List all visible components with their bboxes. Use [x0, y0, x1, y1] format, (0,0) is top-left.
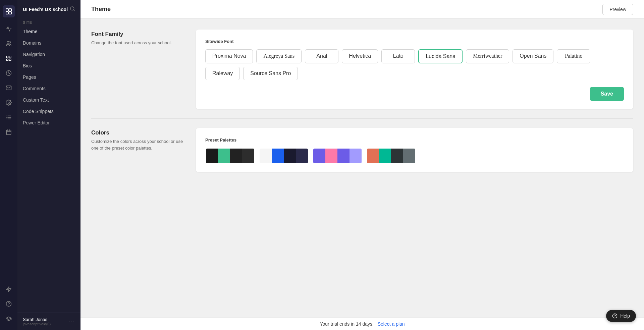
- sitewide-font-label: Sitewide Font: [205, 39, 624, 44]
- settings-icon-btn[interactable]: [3, 97, 15, 109]
- colors-title: Colors: [91, 129, 185, 136]
- sidebar-item-power-editor[interactable]: Power Editor: [17, 117, 80, 128]
- colors-label-col: Colors Customize the colors across your …: [91, 128, 185, 172]
- palette-red-teal-dark[interactable]: [366, 148, 416, 164]
- trial-text: Your trial ends in 14 days.: [320, 321, 374, 327]
- font-family-title: Font Family: [91, 31, 185, 38]
- sidebar-item-theme[interactable]: Theme: [17, 26, 80, 37]
- help-fab-label: Help: [620, 313, 630, 319]
- nav-user-info: Sarah Jonas javascript:void(0): [23, 317, 51, 326]
- swatch-color-4: [296, 149, 308, 163]
- font-family-card: Sitewide Font Proxima Nova Alegreya Sans…: [196, 30, 633, 109]
- dashboard-icon-btn[interactable]: [3, 52, 15, 64]
- swatch-color-4: [403, 149, 415, 163]
- help-fab[interactable]: Help: [606, 310, 636, 322]
- font-option-arial[interactable]: Arial: [305, 49, 338, 63]
- page-title: Theme: [91, 6, 111, 13]
- users-icon-btn[interactable]: [3, 38, 15, 50]
- font-option-lucida-sans[interactable]: Lucida Sans: [418, 49, 463, 63]
- font-option-helvetica[interactable]: Helvetica: [342, 49, 378, 63]
- swatch-color-1: [260, 149, 272, 163]
- font-option-palatino[interactable]: Palatino: [557, 49, 590, 63]
- revenue-icon-btn[interactable]: [3, 67, 15, 79]
- palette-purple-pink[interactable]: [313, 148, 362, 164]
- sidebar-item-code-snippets[interactable]: Code Snippets: [17, 106, 80, 117]
- swatch-color-3: [391, 149, 403, 163]
- sidebar-item-navigation[interactable]: Navigation: [17, 49, 80, 60]
- help-circle-icon-btn[interactable]: [3, 298, 15, 310]
- nav-user-more-btn[interactable]: ⋯: [68, 318, 75, 325]
- svg-rect-2: [6, 12, 8, 14]
- svg-rect-5: [6, 56, 8, 58]
- svg-rect-8: [9, 59, 11, 61]
- nav-sidebar-header: UI Feed's UX school: [17, 0, 80, 16]
- preset-palettes-label: Preset Palettes: [205, 138, 624, 143]
- swatch-color-1: [206, 149, 218, 163]
- font-option-source-sans-pro[interactable]: Source Sans Pro: [243, 67, 298, 80]
- font-option-alegreya-sans[interactable]: Alegreya Sans: [256, 49, 302, 63]
- colors-card: Preset Palettes: [196, 128, 633, 172]
- colors-section: Colors Customize the colors across your …: [91, 128, 633, 172]
- nav-section-label: SITE: [17, 16, 80, 26]
- swatch-color-3: [230, 149, 242, 163]
- svg-rect-7: [6, 59, 8, 61]
- graduation-icon-btn[interactable]: [3, 313, 15, 325]
- font-option-proxima-nova[interactable]: Proxima Nova: [205, 49, 253, 63]
- sidebar-item-custom-text[interactable]: Custom Text: [17, 94, 80, 106]
- select-plan-link[interactable]: Select a plan: [378, 321, 405, 327]
- colors-desc: Customize the colors across your school …: [91, 138, 185, 151]
- svg-marker-21: [6, 287, 11, 292]
- nav-user-name: Sarah Jonas: [23, 317, 51, 322]
- swatch-color-1: [313, 149, 325, 163]
- trial-bar: Your trial ends in 14 days. Select a pla…: [80, 318, 644, 330]
- swatch-color-1: [367, 149, 379, 163]
- nav-user-sub: javascript:void(0): [23, 322, 51, 326]
- svg-rect-0: [6, 9, 8, 11]
- font-family-section: Font Family Change the font used across …: [91, 30, 633, 109]
- save-row: Save: [205, 87, 624, 101]
- swatch-color-2: [218, 149, 230, 163]
- font-option-lato[interactable]: Lato: [381, 49, 415, 63]
- main-header: Theme Preview: [80, 0, 644, 19]
- main-content: Theme Preview Font Family Change the fon…: [80, 0, 644, 330]
- analytics-icon-btn[interactable]: [3, 23, 15, 35]
- font-option-open-sans[interactable]: Open Sans: [513, 49, 553, 63]
- nav-sidebar-footer: Sarah Jonas javascript:void(0) ⋯: [17, 313, 80, 330]
- palette-blue-dark[interactable]: [259, 148, 309, 164]
- sidebar-item-comments[interactable]: Comments: [17, 83, 80, 94]
- svg-rect-6: [9, 56, 11, 58]
- swatch-color-3: [337, 149, 350, 163]
- main-body: Font Family Change the font used across …: [80, 19, 644, 318]
- sidebar-item-pages[interactable]: Pages: [17, 71, 80, 83]
- svg-point-10: [8, 102, 10, 104]
- font-family-desc: Change the font used across your school.: [91, 40, 185, 46]
- svg-point-4: [7, 41, 9, 43]
- preview-button[interactable]: Preview: [602, 4, 633, 15]
- sidebar-item-bios[interactable]: Bios: [17, 60, 80, 71]
- app-logo: [3, 5, 15, 17]
- svg-rect-3: [9, 12, 11, 14]
- email-icon-btn[interactable]: [3, 82, 15, 94]
- flash-icon-btn[interactable]: [3, 283, 15, 295]
- swatch-color-4: [242, 149, 254, 163]
- svg-rect-17: [6, 130, 11, 135]
- swatch-color-4: [350, 149, 362, 163]
- nav-sidebar: UI Feed's UX school SITE Theme Domains N…: [17, 0, 80, 330]
- save-button[interactable]: Save: [590, 87, 624, 101]
- font-option-merriweather[interactable]: Merriweather: [466, 49, 509, 63]
- font-grid: Proxima Nova Alegreya Sans Arial Helveti…: [205, 49, 624, 80]
- content-icon-btn[interactable]: [3, 111, 15, 123]
- sidebar-item-domains[interactable]: Domains: [17, 37, 80, 49]
- palette-grid: [205, 148, 624, 164]
- font-option-raleway[interactable]: Raleway: [205, 67, 240, 80]
- search-icon-btn[interactable]: [70, 6, 75, 12]
- nav-user: Sarah Jonas javascript:void(0) ⋯: [23, 317, 75, 326]
- calendar-icon-btn[interactable]: [3, 126, 15, 138]
- swatch-color-2: [325, 149, 337, 163]
- svg-rect-1: [9, 9, 11, 11]
- app-name-label: UI Feed's UX school: [23, 7, 68, 12]
- section-divider: [91, 118, 633, 119]
- icon-sidebar: [0, 0, 17, 330]
- palette-dark-teal[interactable]: [205, 148, 255, 164]
- font-family-label-col: Font Family Change the font used across …: [91, 30, 185, 109]
